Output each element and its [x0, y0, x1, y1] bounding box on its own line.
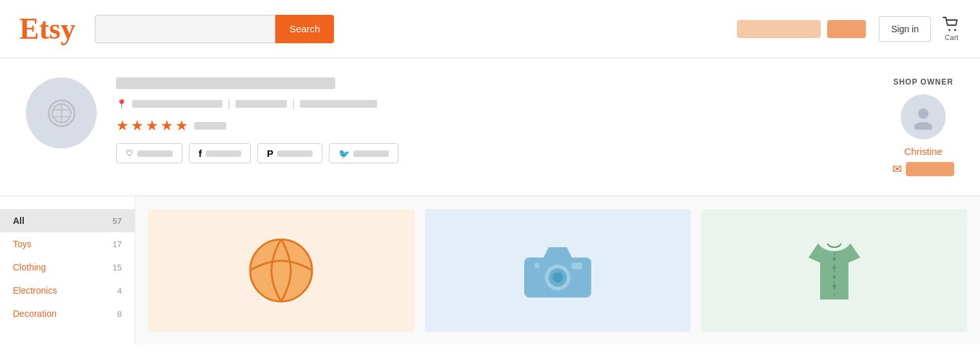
facebook-label: [206, 150, 241, 157]
facebook-button[interactable]: f: [189, 143, 251, 163]
meta-divider-2: |: [292, 98, 295, 110]
shop-avatar: [26, 77, 97, 148]
shirt-icon: [796, 232, 873, 309]
star-5: ★: [175, 117, 188, 134]
header-pill-long: [737, 20, 821, 38]
social-buttons: ♡ f P 🐦: [116, 143, 854, 163]
star-count-pill: [194, 122, 226, 130]
owner-avatar-icon: [910, 104, 936, 130]
twitter-icon: 🐦: [338, 148, 349, 159]
search-input[interactable]: [95, 15, 275, 43]
sidebar-label-toys: Toys: [13, 239, 32, 249]
sidebar-label-clothing: Clothing: [13, 262, 46, 272]
basketball-icon: [242, 232, 320, 309]
sidebar: All 57 Toys 17 Clothing 15 Electronics 4…: [0, 196, 135, 345]
header: Etsy Search Sign in Cart: [0, 0, 980, 58]
sidebar-item-clothing[interactable]: Clothing 15: [0, 256, 135, 279]
facebook-icon: f: [199, 148, 202, 159]
location-icon: 📍: [116, 99, 127, 109]
shop-owner-panel: SHOP OWNER Christine ✉: [892, 77, 954, 176]
pinterest-label: [277, 150, 313, 157]
svg-point-17: [832, 258, 836, 261]
sidebar-item-electronics[interactable]: Electronics 4: [0, 279, 135, 302]
shop-info: 📍 | | ★ ★ ★ ★ ★ ♡ f P: [116, 77, 854, 163]
pinterest-icon: P: [267, 148, 273, 159]
sidebar-count-toys: 17: [113, 239, 122, 249]
svg-point-20: [832, 285, 836, 288]
sidebar-label-electronics: Electronics: [13, 285, 57, 296]
meta-pill-3: [300, 100, 377, 108]
heart-icon: ♡: [126, 148, 133, 158]
owner-name: Christine: [904, 146, 942, 157]
cart-area[interactable]: Cart: [943, 17, 961, 41]
shop-owner-title: SHOP OWNER: [893, 77, 953, 86]
camera-icon: [519, 232, 596, 309]
owner-avatar: [901, 94, 946, 139]
logo: Etsy: [19, 12, 75, 46]
search-bar: Search: [95, 15, 335, 43]
twitter-label: [353, 150, 389, 157]
sidebar-label-decoration: Decoration: [13, 309, 57, 319]
sidebar-item-all[interactable]: All 57: [0, 209, 135, 232]
svg-point-1: [954, 29, 956, 31]
sidebar-count-clothing: 15: [113, 263, 122, 272]
sidebar-count-decoration: 8: [117, 309, 122, 319]
search-button[interactable]: Search: [275, 15, 335, 43]
sidebar-label-all: All: [13, 216, 24, 226]
category-card-clothing[interactable]: [701, 209, 967, 332]
star-2: ★: [131, 117, 144, 134]
shop-profile: 📍 | | ★ ★ ★ ★ ★ ♡ f P: [0, 58, 980, 196]
message-icon: ✉: [892, 162, 902, 176]
main-content: All 57 Toys 17 Clothing 15 Electronics 4…: [0, 196, 980, 345]
category-card-toys[interactable]: [148, 209, 415, 332]
svg-point-7: [914, 122, 932, 130]
sidebar-count-electronics: 4: [117, 286, 122, 296]
sidebar-item-decoration[interactable]: Decoration 8: [0, 302, 135, 325]
category-cards: [135, 196, 980, 345]
header-pill-short: [827, 20, 866, 38]
category-card-camera[interactable]: [425, 209, 691, 332]
svg-point-0: [948, 29, 950, 31]
owner-actions: ✉: [892, 162, 954, 176]
header-pills: [737, 20, 866, 38]
meta-pill-location: [132, 100, 222, 108]
cart-label: Cart: [945, 34, 959, 41]
shop-meta: 📍 | |: [116, 98, 854, 110]
meta-pill-2: [235, 100, 287, 108]
sidebar-item-toys[interactable]: Toys 17: [0, 232, 135, 256]
svg-point-18: [832, 267, 836, 270]
svg-point-15: [534, 263, 540, 268]
star-rating: ★ ★ ★ ★ ★: [116, 117, 854, 134]
favorite-label: [137, 150, 173, 157]
shop-logo-icon: [44, 96, 79, 131]
star-4: ★: [161, 117, 173, 134]
favorite-button[interactable]: ♡: [116, 143, 182, 163]
pinterest-button[interactable]: P: [257, 143, 322, 163]
svg-point-19: [832, 276, 836, 279]
star-3: ★: [146, 117, 159, 134]
sidebar-count-all: 57: [113, 216, 122, 226]
twitter-button[interactable]: 🐦: [329, 143, 398, 163]
svg-point-6: [918, 108, 928, 119]
sign-in-button[interactable]: Sign in: [879, 16, 931, 42]
cart-icon: [943, 17, 961, 32]
shop-name-placeholder: [116, 77, 335, 89]
owner-action-pill[interactable]: [906, 162, 954, 176]
svg-point-13: [553, 272, 563, 283]
svg-rect-14: [572, 263, 582, 269]
meta-divider-1: |: [228, 98, 230, 110]
star-1: ★: [116, 117, 129, 134]
